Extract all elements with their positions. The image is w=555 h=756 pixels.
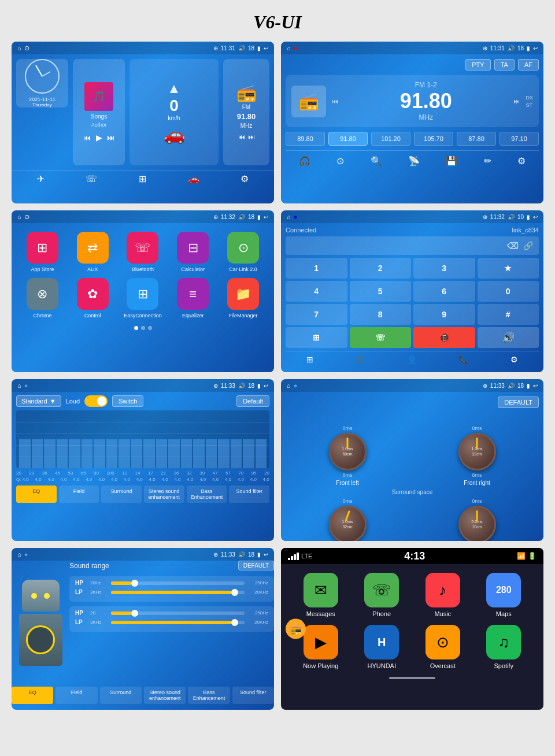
key-6[interactable]: 6 — [413, 281, 475, 302]
cp-music[interactable]: ♪ Music — [415, 573, 471, 617]
lp-track-2[interactable] — [111, 621, 245, 624]
sound-tab-eq[interactable]: EQ — [12, 687, 53, 704]
back-eq[interactable]: ↩ — [264, 383, 268, 389]
pty-btn[interactable]: PTY — [465, 59, 490, 71]
app-calculator[interactable]: ⊟ Calculator — [171, 232, 215, 272]
app-carlink[interactable]: ⊙ Car Link 2.0 — [221, 232, 265, 272]
sound-tab-filter[interactable]: Sound filter — [232, 687, 274, 704]
app-appstore[interactable]: ⊞ App Store — [20, 232, 65, 272]
loud-toggle[interactable] — [84, 395, 108, 407]
key-star[interactable]: ★ — [478, 258, 539, 279]
app-aux[interactable]: ⇄ AUX — [71, 232, 115, 272]
preset-5[interactable]: 87.80 — [457, 132, 496, 146]
page-dot-2[interactable] — [141, 326, 145, 330]
sound-tab-field[interactable]: Field — [56, 687, 97, 704]
front-left-knob[interactable]: 1.0ms68cm — [329, 433, 367, 470]
gear-icon[interactable]: ⚙ — [240, 173, 249, 184]
back-apps[interactable]: ↩ — [264, 214, 268, 220]
cp-hyundai[interactable]: H HYUNDAI — [354, 625, 410, 669]
key-1[interactable]: 1 — [286, 258, 347, 279]
ta-btn[interactable]: TA — [494, 59, 515, 71]
eq-tab-stereo[interactable]: Stereo sound enhancement — [144, 486, 184, 503]
back-icon[interactable]: ↩ — [264, 45, 268, 51]
cp-phone[interactable]: ☏ Phone — [354, 573, 410, 617]
key-0[interactable]: 0 — [478, 281, 539, 302]
surround-default-btn[interactable]: DEFAULT — [498, 396, 539, 408]
drive-icon[interactable]: 🚗 — [188, 173, 199, 184]
back-radio[interactable]: ↩ — [533, 45, 538, 51]
app-chrome[interactable]: ⊗ Chrome — [20, 278, 65, 318]
gear-icon-radio[interactable]: ⚙ — [517, 155, 526, 166]
key-2[interactable]: 2 — [350, 258, 412, 279]
cp-maps[interactable]: 280 Maps — [476, 573, 532, 617]
app-control[interactable]: ✿ Control — [71, 278, 115, 318]
headphone-icon[interactable]: 🎧 — [299, 155, 310, 166]
page-dot-1[interactable] — [134, 326, 138, 330]
key-9[interactable]: 9 — [413, 304, 475, 325]
save-icon[interactable]: 💾 — [446, 155, 457, 166]
front-right-knob[interactable]: 1.0ms32cm — [458, 433, 496, 470]
next-btn[interactable]: ⏭ — [107, 133, 115, 142]
switch-btn[interactable]: Switch — [112, 395, 143, 407]
preset-3[interactable]: 101.20 — [371, 132, 410, 146]
hp-track-1[interactable] — [111, 581, 245, 585]
music-btn[interactable]: 🎵 — [356, 355, 365, 364]
back-sound[interactable]: ↩ — [264, 551, 268, 558]
eq-tab-filter[interactable]: Sound filter — [229, 486, 269, 503]
del-key[interactable]: ⌫ — [507, 241, 519, 250]
recent-btn[interactable]: 📞 — [458, 355, 468, 364]
key-7[interactable]: 7 — [286, 304, 347, 325]
preset-1[interactable]: 89.80 — [286, 132, 325, 146]
rear-right-knob[interactable]: 0.0ms10cm — [458, 506, 496, 541]
key-3[interactable]: 3 — [413, 258, 475, 279]
key-4[interactable]: 4 — [286, 281, 347, 302]
eq-tab-field[interactable]: Field — [59, 486, 99, 503]
eq-tab-bass[interactable]: Bass Enhancement — [187, 486, 227, 503]
app-eq[interactable]: ≡ Equalizer — [171, 278, 215, 318]
cp-spotify[interactable]: ♫ Spotify — [476, 625, 532, 669]
key-hash[interactable]: # — [478, 304, 539, 325]
apps-icon[interactable]: ⊞ — [139, 173, 146, 184]
search-icon[interactable]: 🔍 — [371, 155, 382, 166]
play-btn[interactable]: ▶ — [96, 133, 102, 142]
dialpad-btn[interactable]: ⊞ — [306, 355, 313, 364]
signal-icon[interactable]: 📡 — [408, 155, 420, 166]
vol-btn[interactable]: 🔊 — [478, 327, 539, 348]
edit-icon[interactable]: ✏ — [484, 155, 491, 166]
af-btn[interactable]: AF — [518, 59, 539, 71]
radio-toggle[interactable]: ⊙ — [336, 155, 344, 166]
call-btn[interactable]: ☏ — [350, 327, 412, 348]
preset-selector[interactable]: Standard ▼ — [16, 395, 61, 407]
nav-icon[interactable]: ✈ — [37, 173, 45, 184]
preset-2[interactable]: 91.80 — [328, 132, 368, 146]
sound-default-btn[interactable]: DEFAULT — [238, 561, 274, 570]
app-filemanager[interactable]: 📁 FileManager — [221, 278, 265, 318]
app-easyconn[interactable]: ⊞ EasyConnection — [121, 278, 165, 318]
contact-btn[interactable]: 👤 — [407, 355, 417, 364]
sound-tab-stereo[interactable]: Stereo sound enhancement — [144, 687, 186, 704]
key-8[interactable]: 8 — [350, 304, 412, 325]
dialer-input[interactable]: ⌫ 🔗 — [286, 236, 539, 255]
sound-tab-bass[interactable]: Bass Enhancement — [188, 687, 230, 704]
back-dialer[interactable]: ↩ — [533, 214, 538, 220]
settings-btn[interactable]: ⚙ — [510, 355, 518, 364]
phone-icon[interactable]: ☏ — [86, 173, 97, 184]
default-btn[interactable]: Default — [236, 395, 269, 407]
carplay-side-btn[interactable]: 📻 — [286, 619, 306, 639]
radio-next[interactable]: ⏭ — [513, 98, 520, 105]
prev-btn[interactable]: ⏮ — [83, 133, 91, 142]
rear-left-knob[interactable]: 1.0ms32cm — [329, 506, 367, 541]
eq-tab-surround[interactable]: Surround — [101, 486, 142, 503]
fm-next[interactable]: ⏭ — [248, 133, 255, 141]
back-surround[interactable]: ↩ — [533, 383, 538, 389]
preset-4[interactable]: 105.70 — [414, 132, 453, 146]
fm-prev[interactable]: ⏮ — [238, 133, 245, 141]
preset-6[interactable]: 97.10 — [500, 132, 539, 146]
key-5[interactable]: 5 — [350, 281, 412, 302]
lp-track-1[interactable] — [111, 591, 245, 594]
cp-overcast[interactable]: ⊙ Overcast — [415, 625, 471, 669]
end-btn[interactable]: 📵 — [413, 327, 475, 348]
dialpad-icon[interactable]: ⊞ — [286, 327, 347, 348]
radio-prev[interactable]: ⏮ — [332, 98, 338, 105]
eq-tab-eq[interactable]: EQ — [16, 486, 57, 503]
